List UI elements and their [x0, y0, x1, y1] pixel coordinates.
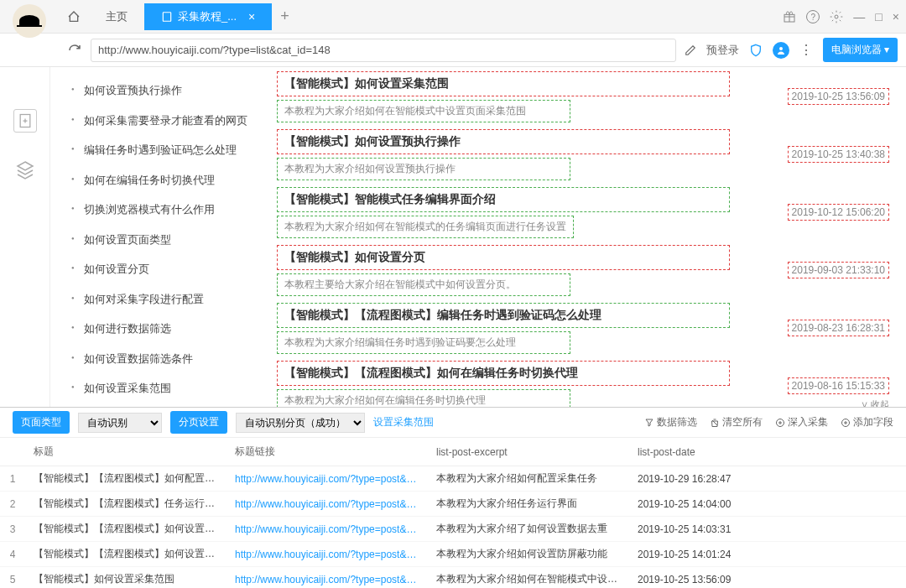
auto-detect-select[interactable]: 自动识别	[78, 413, 162, 433]
row-title: 【智能模式】【流程图模式】如何配置采集任务	[25, 466, 226, 492]
row-idx: 4	[0, 542, 25, 567]
sidebar-item[interactable]: 如何设置预执行操作	[67, 75, 252, 106]
deep-collect-button[interactable]: 深入采集	[775, 415, 828, 429]
url-input[interactable]	[91, 39, 676, 62]
sidebar-item[interactable]: 如何设置页面类型	[67, 225, 252, 255]
row-excerpt: 本教程为大家介绍任务运行界面	[428, 492, 629, 517]
sidebar-item[interactable]: 如何采集需要登录才能查看的网页	[67, 106, 252, 136]
sidebar-item[interactable]: 切换浏览器模式有什么作用	[67, 195, 252, 225]
tab-active-label: 采集教程_...	[178, 9, 237, 24]
auto-page-select[interactable]: 自动识别分页（成功）	[236, 413, 365, 433]
row-title: 【智能模式】【流程图模式】任务运行界面介绍	[25, 492, 226, 517]
pre-login-button[interactable]: 预登录	[706, 43, 739, 58]
collapse-button[interactable]: ∨ 收起	[861, 398, 889, 407]
table-row[interactable]: 5 【智能模式】如何设置采集范围 http://www.houyicaiji.c…	[0, 567, 906, 589]
left-toolbar	[0, 67, 50, 407]
row-idx: 5	[0, 567, 25, 589]
maximize-button[interactable]: □	[875, 10, 882, 23]
minimize-button[interactable]: —	[853, 10, 865, 23]
user-badge[interactable]	[773, 42, 789, 59]
article-date: 2019-10-25 13:40:38	[788, 146, 889, 163]
article-block: 【智能模式】【流程图模式】编辑任务时遇到验证码怎么处理 2019-08-23 1…	[277, 303, 889, 354]
add-field-button[interactable]: 添加字段	[841, 415, 893, 429]
article-title[interactable]: 【智能模式】【流程图模式】编辑任务时遇到验证码怎么处理	[277, 303, 730, 328]
tab-file-icon	[161, 11, 173, 23]
set-range-link[interactable]: 设置采集范围	[373, 415, 434, 429]
add-file-icon[interactable]	[13, 109, 37, 133]
article-excerpt: 本教程为大家介绍如何在智能模式的任务编辑页面进行任务设置	[277, 216, 574, 238]
th-title-link[interactable]: 标题链接	[226, 438, 428, 466]
page-setting-button[interactable]: 分页设置	[170, 411, 227, 434]
home-icon[interactable]	[59, 10, 89, 23]
edit-icon[interactable]	[685, 44, 696, 56]
sidebar-item[interactable]: 如何设置数据筛选条件	[67, 344, 252, 374]
tab-home[interactable]: 主页	[89, 3, 144, 30]
article-date: 2019-10-12 15:06:20	[788, 204, 889, 221]
svg-point-3	[779, 47, 783, 50]
sidebar-item[interactable]: 如何设置分页	[67, 254, 252, 284]
th-date[interactable]: list-post-date	[629, 438, 906, 466]
gift-icon[interactable]	[783, 10, 796, 23]
panel-toolbar: 页面类型 自动识别 分页设置 自动识别分页（成功） 设置采集范围 数据筛选 清空…	[0, 408, 906, 438]
table-row[interactable]: 4 【智能模式】【流程图模式】如何设置防屏蔽 http://www.houyic…	[0, 542, 906, 567]
table-row[interactable]: 2 【智能模式】【流程图模式】任务运行界面介绍 http://www.houyi…	[0, 492, 906, 517]
article-excerpt: 本教程主要给大家介绍在智能模式中如何设置分页。	[277, 273, 570, 296]
refresh-icon[interactable]	[67, 43, 82, 58]
row-idx: 1	[0, 466, 25, 492]
row-excerpt: 本教程为大家介绍如何设置防屏蔽功能	[428, 542, 629, 567]
main-area: 如何设置预执行操作 如何采集需要登录才能查看的网页 编辑任务时遇到验证码怎么处理…	[0, 67, 906, 407]
row-idx: 3	[0, 517, 25, 542]
data-table: 标题 标题链接 list-post-excerpt list-post-date…	[0, 438, 906, 588]
th-title[interactable]: 标题	[25, 438, 226, 466]
row-url[interactable]: http://www.houyicaiji.com/?type=post&pid…	[226, 567, 428, 589]
sidebar-item[interactable]: 如何进行数据筛选	[67, 314, 252, 344]
row-url[interactable]: http://www.houyicaiji.com/?type=post&pid…	[226, 492, 428, 517]
article-date: 2019-08-23 16:28:31	[788, 320, 889, 336]
article-title[interactable]: 【智能模式】如何设置预执行操作	[277, 129, 730, 154]
table-row[interactable]: 1 【智能模式】【流程图模式】如何配置采集任务 http://www.houyi…	[0, 466, 906, 492]
sidebar-item[interactable]: 如何设置采集范围	[67, 373, 252, 403]
window-controls: ? — □ ×	[783, 0, 899, 34]
sidebar-item[interactable]: 如何对采集字段进行配置	[67, 284, 252, 315]
article-date: 2019-10-25 13:56:09	[788, 88, 889, 105]
tab-close-icon[interactable]: ×	[248, 10, 255, 23]
article-date: 2019-08-16 15:15:33	[788, 377, 889, 394]
article-title[interactable]: 【智能模式】智能模式任务编辑界面介绍	[277, 187, 730, 212]
article-title[interactable]: 【智能模式】如何设置采集范围	[277, 71, 730, 96]
th-excerpt[interactable]: list-post-excerpt	[428, 438, 629, 466]
more-icon[interactable]: ⋮	[799, 42, 813, 58]
page-type-button[interactable]: 页面类型	[13, 411, 70, 434]
browser-mode-button[interactable]: 电脑浏览器 ▾	[823, 38, 898, 62]
help-icon[interactable]: ?	[806, 10, 820, 23]
row-url[interactable]: http://www.houyicaiji.com/?type=post&pid…	[226, 466, 428, 492]
data-filter-button[interactable]: 数据筛选	[644, 415, 697, 429]
row-idx: 2	[0, 492, 25, 517]
layers-icon[interactable]	[13, 158, 37, 181]
row-date: 2019-10-25 14:04:00	[629, 492, 906, 517]
article-excerpt: 本教程为大家介绍编辑任务时遇到验证码要怎么处理	[277, 331, 570, 354]
row-date: 2019-10-25 13:56:09	[629, 567, 906, 589]
article-block: 【智能模式】【流程图模式】如何在编辑任务时切换代理 2019-08-16 15:…	[277, 361, 889, 407]
row-url[interactable]: http://www.houyicaiji.com/?type=post&pid…	[226, 517, 428, 542]
row-date: 2019-10-25 14:03:31	[629, 517, 906, 542]
tab-active[interactable]: 采集教程_... ×	[144, 3, 272, 30]
window-close-button[interactable]: ×	[893, 10, 899, 23]
sidebar-item[interactable]: 如何在编辑任务时切换代理	[67, 165, 252, 195]
settings-icon[interactable]	[830, 10, 843, 23]
tab-add-button[interactable]: +	[272, 8, 298, 25]
row-url[interactable]: http://www.houyicaiji.com/?type=post&pid…	[226, 542, 428, 567]
article-block: 【智能模式】如何设置预执行操作 2019-10-25 13:40:38 本教程为…	[277, 129, 889, 180]
row-excerpt: 本教程为大家介绍如何在智能模式中设置页面采集...	[428, 567, 629, 589]
tab-home-label: 主页	[106, 9, 128, 24]
row-date: 2019-10-25 14:01:24	[629, 542, 906, 567]
article-title[interactable]: 【智能模式】如何设置分页	[277, 245, 730, 270]
article-date: 2019-09-03 21:33:10	[788, 262, 889, 278]
sidebar-item[interactable]: 编辑任务时遇到验证码怎么处理	[67, 135, 252, 165]
clear-all-button[interactable]: 清空所有	[710, 415, 763, 429]
avatar[interactable]	[13, 4, 46, 38]
article-title[interactable]: 【智能模式】【流程图模式】如何在编辑任务时切换代理	[277, 361, 730, 386]
row-date: 2019-10-29 16:28:47	[629, 466, 906, 492]
article-excerpt: 本教程为大家介绍如何在编辑任务时切换代理	[277, 389, 570, 407]
shield-icon[interactable]	[749, 44, 763, 57]
table-row[interactable]: 3 【智能模式】【流程图模式】如何设置数据去重 http://www.houyi…	[0, 517, 906, 542]
